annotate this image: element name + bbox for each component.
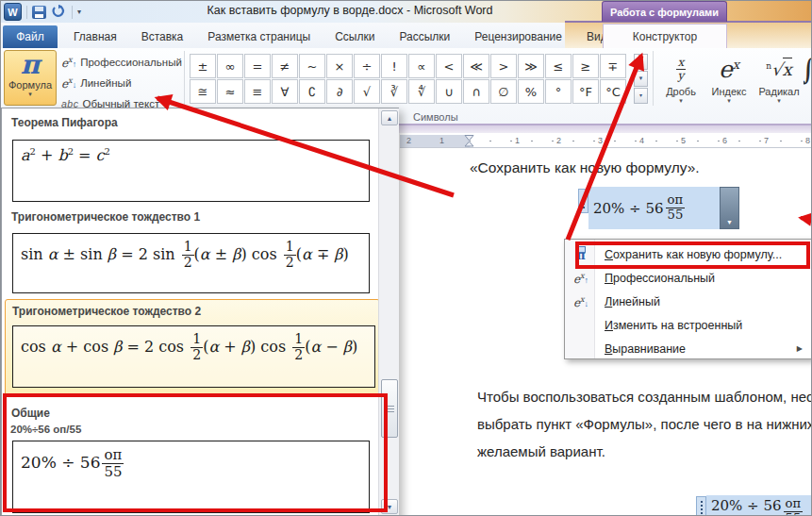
gallery-item-trig1[interactable]: sin α ± sin β = 2 sin 12(α ± β) cos 12(α…: [12, 233, 370, 293]
option-professional[interactable]: ex↑ Профессиональный: [61, 53, 182, 72]
ruler-number: 7: [762, 136, 771, 145]
option-linear[interactable]: ex↓ Линейный: [61, 74, 131, 92]
ruler-number: 3: [596, 136, 605, 145]
radical-structure-button[interactable]: n√x Радикал ▾: [754, 52, 804, 105]
gallery-item-custom[interactable]: 20% ÷ 56оп55: [12, 441, 370, 513]
ruler-number: 2: [406, 136, 411, 145]
symbol-button[interactable]: ≪: [463, 54, 489, 78]
symbol-button[interactable]: ~: [299, 54, 325, 78]
gallery-item-trig2-hovered[interactable]: Тригонометрическое тождество 2 cos α + c…: [5, 299, 380, 396]
scrollbar-thumb[interactable]: [381, 379, 398, 438]
symbol-button[interactable]: ∝: [408, 54, 435, 78]
document-text-line: «Сохранить как новую формулу».: [470, 159, 700, 176]
symbol-button[interactable]: °: [545, 79, 572, 104]
symbol-button[interactable]: ≫: [518, 54, 544, 78]
ruler-number: 4: [638, 136, 646, 145]
tab-file[interactable]: Файл: [3, 25, 58, 48]
symbol-button[interactable]: ≅: [190, 79, 216, 104]
ribbon-tab[interactable]: Вставка: [129, 30, 196, 43]
symbol-button[interactable]: >: [490, 54, 517, 78]
symbol-button[interactable]: ∀: [272, 79, 298, 104]
chevron-down-icon: ▾: [5, 91, 56, 98]
save-formula-icon: π: [570, 246, 592, 263]
ribbon-tab[interactable]: Ссылки: [323, 30, 387, 43]
integral-structure-button[interactable]: ∫: [804, 52, 812, 86]
formula-button-label: Формула: [5, 79, 56, 91]
gallery-item-name: 20%÷56 оп/55: [10, 424, 81, 435]
selected-equation[interactable]: 20% ÷ 56оп55: [706, 495, 812, 516]
ribbon-tab[interactable]: Рассылки: [387, 30, 462, 43]
radical-icon: n√x: [754, 52, 804, 86]
chevron-down-icon: ▾: [705, 97, 753, 105]
ribbon-tab[interactable]: Разметка страницы: [195, 30, 323, 43]
structure-label: Дробь: [658, 86, 704, 97]
symbol-button[interactable]: ≡: [244, 79, 271, 104]
context-menu-item[interactable]: ex↓Линейный: [565, 290, 811, 313]
symbol-button[interactable]: ∩: [463, 79, 489, 104]
ruler-number: 2: [555, 136, 563, 145]
symbols-row-1: ±∞=≠~×÷!∝<≪>≫≤≥∓: [190, 54, 632, 78]
symbol-button[interactable]: ≥: [572, 54, 599, 78]
chevron-down-icon: ▾: [754, 97, 804, 105]
pi-icon: π: [5, 51, 56, 79]
symbol-button[interactable]: ∂: [326, 79, 353, 104]
scroll-down-icon[interactable]: ▼: [381, 499, 398, 514]
professional-icon: ex↑: [570, 270, 592, 287]
horizontal-ruler: 2112345678: [400, 135, 812, 148]
symbol-button[interactable]: ÷: [354, 54, 380, 78]
symbol-button[interactable]: °C: [600, 79, 626, 104]
paragraph-line: выбрать пункт «Формулы», после чего в на…: [477, 410, 812, 438]
context-menu-item[interactable]: πСохранить как новую формулу...: [565, 242, 811, 266]
symbol-button[interactable]: ≤: [545, 54, 572, 78]
symbol-button[interactable]: ∅: [490, 79, 517, 104]
ribbon-tab[interactable]: Рецензирование: [462, 30, 574, 43]
symbol-button[interactable]: ∜: [408, 79, 435, 104]
equation-dropdown-button[interactable]: ▼: [720, 187, 739, 229]
symbols-row-2: ≅≈≡∀∁∂√∛∜∪∩∅%°°F°C: [190, 79, 632, 104]
tab-constructor-active[interactable]: Конструктор: [603, 24, 727, 48]
symbol-button[interactable]: <: [436, 54, 462, 78]
symbol-button[interactable]: ∪: [436, 79, 462, 104]
index-structure-button[interactable]: ex Индекс ▾: [705, 52, 753, 105]
symbol-button[interactable]: ∛: [381, 79, 407, 104]
symbol-button[interactable]: °F: [572, 79, 599, 104]
formula-button[interactable]: π Формула ▾: [4, 50, 57, 106]
equation-container[interactable]: 20% ÷ 56оп55 ▼: [578, 187, 739, 229]
ribbon-tab[interactable]: Главная: [61, 30, 129, 43]
gallery-scroll-controls: ▲ ▼ ▾: [634, 54, 648, 105]
symbol-button[interactable]: ≈: [217, 79, 243, 104]
context-menu-items: πСохранить как новую формулу...ex↑Профес…: [565, 240, 811, 360]
symbol-button[interactable]: ∞: [217, 54, 243, 78]
gallery-scroll-up-icon[interactable]: ▲: [634, 54, 648, 70]
equation-preview: cos α + cos β = 2 cos 12(α + β) cos 12(α…: [21, 338, 357, 356]
equation-handle-icon[interactable]: [578, 189, 588, 213]
symbol-button[interactable]: ×: [326, 54, 353, 78]
gallery-item-title: Теорема Пифагора: [11, 116, 118, 129]
scroll-up-icon[interactable]: ▲: [381, 110, 398, 125]
option-label: Профессиональный: [80, 57, 182, 68]
symbol-button[interactable]: %: [518, 79, 544, 104]
equation-box: cos α + cos β = 2 cos 12(α + β) cos 12(α…: [12, 325, 375, 388]
symbol-button[interactable]: ±: [190, 54, 216, 78]
symbol-button[interactable]: ∁: [299, 79, 325, 104]
window-title: Как вставить формулу в ворде.docx - Micr…: [1, 4, 699, 17]
symbol-button[interactable]: !: [381, 54, 407, 78]
symbol-button[interactable]: ∓: [600, 54, 626, 78]
equation-container[interactable]: 20% ÷ 56оп55: [696, 495, 812, 516]
fraction-structure-button[interactable]: xy Дробь ▾: [658, 52, 704, 105]
indent-marker[interactable]: [464, 135, 474, 148]
symbol-button[interactable]: ≠: [272, 54, 298, 78]
equation-handle-icon[interactable]: [696, 496, 706, 516]
symbol-button[interactable]: √: [354, 79, 380, 104]
context-menu-item[interactable]: ex↑Профессиональный: [565, 266, 811, 290]
group-separator: [184, 51, 185, 106]
context-menu-item[interactable]: Выравнивание▶: [565, 337, 811, 360]
gallery-scroll-down-icon[interactable]: ▼: [634, 71, 648, 87]
symbol-button[interactable]: =: [244, 54, 271, 78]
selected-equation[interactable]: 20% ÷ 56оп55: [588, 187, 720, 229]
chevron-down-icon: ▼: [721, 219, 738, 225]
context-menu-item[interactable]: Изменить на встроенный: [565, 313, 811, 337]
gallery-more-icon[interactable]: ▾: [634, 88, 648, 104]
gallery-item-pythagoras[interactable]: a2 + b2 = c2: [12, 140, 370, 202]
gallery-section-title: Общие: [11, 407, 50, 420]
